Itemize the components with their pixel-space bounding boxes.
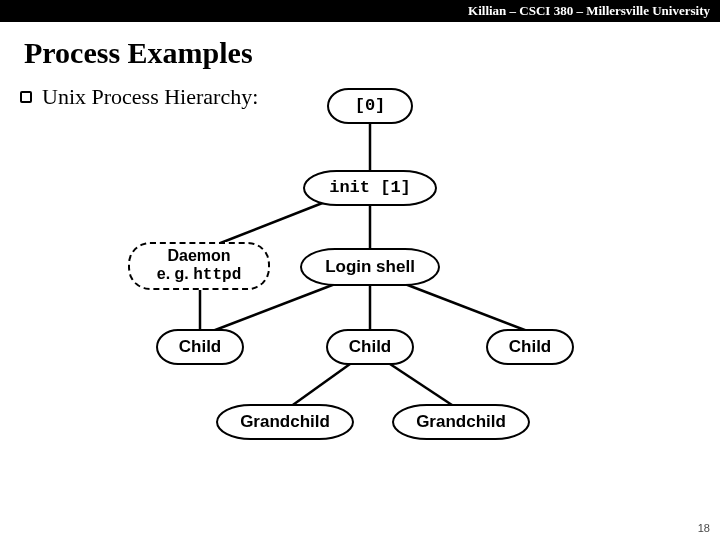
node-daemon-line1: Daemon — [167, 247, 230, 265]
node-init-label: init [1] — [329, 179, 411, 198]
page-number: 18 — [698, 522, 710, 534]
process-hierarchy-diagram: [0] init [1] Daemon e. g. httpd Login sh… — [0, 74, 720, 434]
node-child-2: Child — [326, 329, 414, 365]
node-login-label: Login shell — [325, 258, 415, 277]
node-grandchild-2: Grandchild — [392, 404, 530, 440]
node-root-label: [0] — [355, 97, 386, 116]
node-daemon-line2: e. g. httpd — [157, 265, 241, 285]
node-daemon: Daemon e. g. httpd — [128, 242, 270, 290]
node-init: init [1] — [303, 170, 437, 206]
node-grandchild-2-label: Grandchild — [416, 413, 506, 432]
svg-line-8 — [390, 364, 455, 407]
node-child-2-label: Child — [349, 338, 392, 357]
node-grandchild-1-label: Grandchild — [240, 413, 330, 432]
slide-title: Process Examples — [0, 22, 720, 78]
node-child-1-label: Child — [179, 338, 222, 357]
svg-line-7 — [290, 364, 350, 407]
node-child-1: Child — [156, 329, 244, 365]
node-login-shell: Login shell — [300, 248, 440, 286]
node-daemon-eg: e. g. — [157, 265, 193, 282]
svg-line-4 — [210, 284, 335, 332]
node-child-3: Child — [486, 329, 574, 365]
svg-line-6 — [405, 284, 530, 332]
node-root: [0] — [327, 88, 413, 124]
node-child-3-label: Child — [509, 338, 552, 357]
slide-header: Killian – CSCI 380 – Millersville Univer… — [0, 0, 720, 22]
node-grandchild-1: Grandchild — [216, 404, 354, 440]
node-daemon-httpd: httpd — [193, 266, 241, 284]
